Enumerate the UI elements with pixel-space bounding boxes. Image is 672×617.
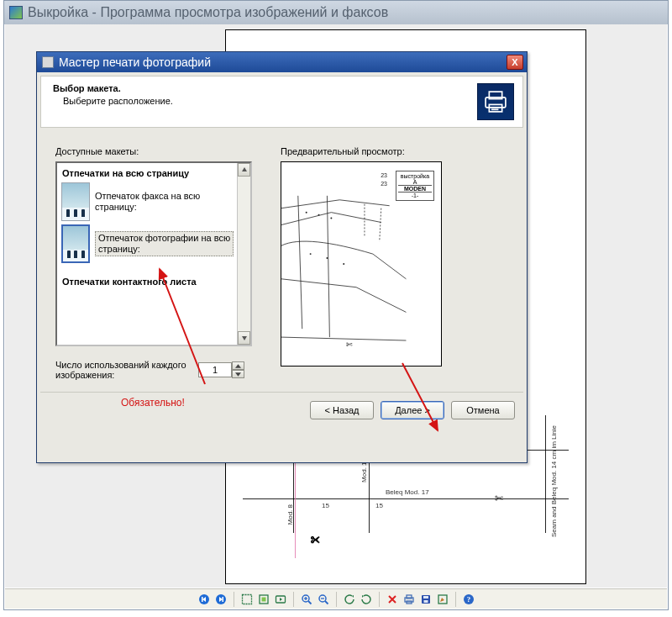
svg-point-10 (343, 263, 344, 265)
svg-line-25 (325, 601, 328, 604)
first-image-button[interactable] (197, 592, 212, 607)
svg-text:✄: ✄ (346, 340, 353, 349)
svg-point-7 (330, 218, 332, 219)
svg-rect-13 (202, 597, 203, 602)
svg-point-9 (326, 257, 328, 259)
preview-label: Предварительный просмотр: (281, 146, 508, 156)
svg-point-8 (310, 253, 312, 255)
print-preview: 23 23 выстройка A MODEN -1- (281, 161, 442, 367)
zoom-in-button[interactable] (299, 592, 314, 607)
svg-rect-31 (423, 596, 428, 599)
layouts-label: Доступные макеты: (55, 146, 257, 156)
scroll-down-button[interactable] (238, 331, 250, 345)
slideshow-button[interactable] (273, 592, 288, 607)
pv-pattern-lines: ✄ (281, 162, 441, 366)
svg-rect-28 (407, 595, 412, 599)
spin-down-button[interactable] (232, 370, 244, 378)
bg-label-mod8: Mod. 8 (286, 504, 294, 525)
dialog-header: Выбор макета. Выберите расположение. (40, 76, 523, 128)
dialog-icon (42, 56, 54, 68)
layout-option-label: Отпечаток фотографии на всю страницу: (95, 231, 234, 256)
svg-text:?: ? (466, 595, 470, 604)
svg-rect-18 (261, 597, 265, 601)
cancel-button[interactable]: Отмена (451, 401, 515, 419)
bg-label-beleq: Beleq Mod. 17 (386, 488, 429, 496)
viewer-toolbar: ? (5, 588, 667, 609)
header-title: Выбор макета. (53, 83, 173, 93)
scrollbar[interactable] (237, 163, 250, 345)
svg-rect-16 (242, 594, 251, 604)
main-window: Выкройка - Программа просмотра изображен… (3, 0, 669, 610)
uses-label: Число использований каждого изображения: (55, 360, 190, 380)
layout-thumb-icon (61, 224, 90, 263)
bg-label-n15a: 15 (322, 502, 329, 509)
dialog-titlebar[interactable]: Мастер печати фотографий X (37, 52, 527, 72)
scroll-up-button[interactable] (238, 163, 250, 177)
svg-point-5 (306, 212, 307, 214)
main-title: Выкройка - Программа просмотра изображен… (28, 5, 388, 20)
actual-size-button[interactable] (256, 592, 271, 607)
main-titlebar[interactable]: Выкройка - Программа просмотра изображен… (4, 1, 668, 24)
print-button[interactable] (402, 592, 417, 607)
svg-point-6 (318, 214, 320, 216)
svg-rect-15 (222, 597, 223, 602)
svg-line-21 (308, 601, 312, 604)
rotate-left-button[interactable] (342, 592, 357, 607)
dialog-title: Мастер печати фотографий (59, 55, 211, 69)
uses-spinner[interactable] (198, 361, 244, 378)
layout-option-photo-fullpage[interactable]: Отпечаток фотографии на всю страницу: (57, 223, 237, 265)
bg-label-n15b: 15 (375, 502, 383, 509)
svg-rect-32 (423, 600, 428, 603)
save-button[interactable] (418, 592, 433, 607)
edit-button[interactable] (435, 592, 450, 607)
close-button[interactable]: X (507, 55, 523, 70)
scissors-icon: ✄ (495, 493, 503, 504)
next-image-button[interactable] (213, 592, 228, 607)
print-wizard-dialog: Мастер печати фотографий X Выбор макета.… (36, 51, 528, 463)
scroll-track[interactable] (238, 177, 250, 331)
uses-input[interactable] (198, 362, 232, 377)
layout-group-contactsheet: Отпечатки контактного листа (57, 272, 237, 289)
delete-button[interactable] (385, 592, 400, 607)
layout-option-fax-fullpage[interactable]: Отпечаток факса на всю страницу: (57, 181, 237, 223)
zoom-out-button[interactable] (316, 592, 331, 607)
layout-thumb-icon (61, 182, 90, 221)
header-subtitle: Выберите расположение. (63, 96, 173, 106)
rotate-right-button[interactable] (359, 592, 374, 607)
back-button[interactable]: < Назад (310, 401, 374, 419)
next-button[interactable]: Далее > (381, 401, 444, 419)
help-button[interactable]: ? (461, 592, 476, 607)
layout-group-fullpage: Отпечатки на всю страницу (57, 163, 237, 181)
scissors-icon: ✀ (310, 535, 320, 546)
app-icon (9, 6, 23, 19)
printer-icon (477, 83, 514, 120)
annotation-text: Обязательно! (121, 397, 185, 409)
spin-up-button[interactable] (232, 361, 244, 370)
best-fit-button[interactable] (239, 592, 255, 607)
bg-label-seam: Seam and Beleq Mod. 14 cm im Linie (550, 425, 558, 537)
layout-option-label: Отпечаток факса на всю страницу: (95, 191, 200, 212)
dialog-button-row: < Назад Далее > Отмена (37, 393, 527, 430)
layouts-listbox[interactable]: Отпечатки на всю страницу Отпечаток факс… (55, 161, 252, 346)
